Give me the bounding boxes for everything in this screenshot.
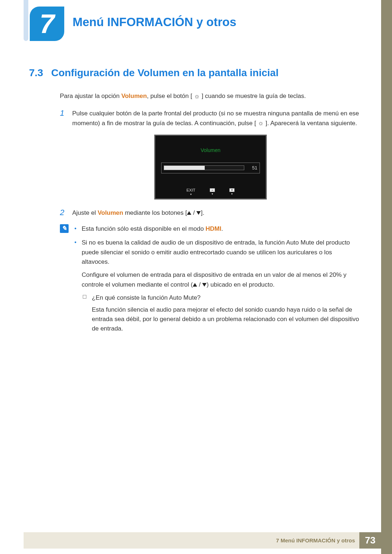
right-margin-bar <box>381 0 392 554</box>
section-heading: 7.3 Configuración de Volumen en la panta… <box>29 67 370 79</box>
up-triangle-icon <box>193 283 197 287</box>
step-text: Ajuste el Volumen mediante los botones [… <box>72 208 361 218</box>
brightness-icon: ☼ <box>194 93 200 99</box>
note-icon: ✎ <box>60 224 69 233</box>
note-item: Si no es buena la calidad de audio de un… <box>74 238 361 333</box>
note-sub-item: ¿En qué consiste la función Auto Mute? E… <box>82 293 361 333</box>
note-block: ✎ Esta función sólo está disponible en e… <box>60 224 361 338</box>
footer-chapter-label: 7 Menú INFORMACIÓN y otros <box>276 537 359 543</box>
step-1: 1 Pulse cualquier botón de la parte fron… <box>60 109 361 128</box>
footer-page-number: 73 <box>359 532 381 549</box>
volumen-label: Volumen <box>98 209 123 216</box>
chapter-title: Menú INFORMACIÓN y otros <box>73 15 236 29</box>
down-triangle-icon <box>202 283 207 287</box>
volumen-label: Volumen <box>121 93 147 99</box>
osd-value: 51 <box>248 164 257 172</box>
osd-title: Volumen <box>161 147 260 155</box>
step-2: 2 Ajuste el Volumen mediante los botones… <box>60 208 361 218</box>
osd-slider: 51 <box>161 163 260 173</box>
chapter-tab-accent <box>24 0 28 41</box>
osd-slider-fill <box>164 166 205 170</box>
osd-minus-button: − ▾ <box>210 188 215 196</box>
down-triangle-icon <box>196 211 201 215</box>
section-title: Configuración de Volumen en la pantalla … <box>51 67 278 79</box>
up-triangle-icon <box>187 211 191 215</box>
osd-plus-button: + ▾ <box>229 188 234 196</box>
section-number: 7.3 <box>29 67 43 79</box>
step-number: 2 <box>60 208 67 218</box>
step-number: 1 <box>60 109 67 128</box>
hdmi-label: HDMI <box>205 225 221 232</box>
chapter-number-tab: 7 <box>30 7 64 41</box>
page-footer: 7 Menú INFORMACIÓN y otros 73 <box>24 532 381 549</box>
note-item: Esta función sólo está disponible en el … <box>74 224 361 234</box>
osd-footer: EXIT ▾ − ▾ + ▾ <box>161 188 260 196</box>
brightness-icon: ☼ <box>258 120 264 126</box>
osd-window: Volumen 51 EXIT ▾ − ▾ + ▾ <box>154 135 267 200</box>
intro-paragraph: Para ajustar la opción Volumen, pulse el… <box>60 91 361 101</box>
osd-exit-label: EXIT ▾ <box>187 188 195 196</box>
step-text: Pulse cualquier botón de la parte fronta… <box>72 109 361 128</box>
